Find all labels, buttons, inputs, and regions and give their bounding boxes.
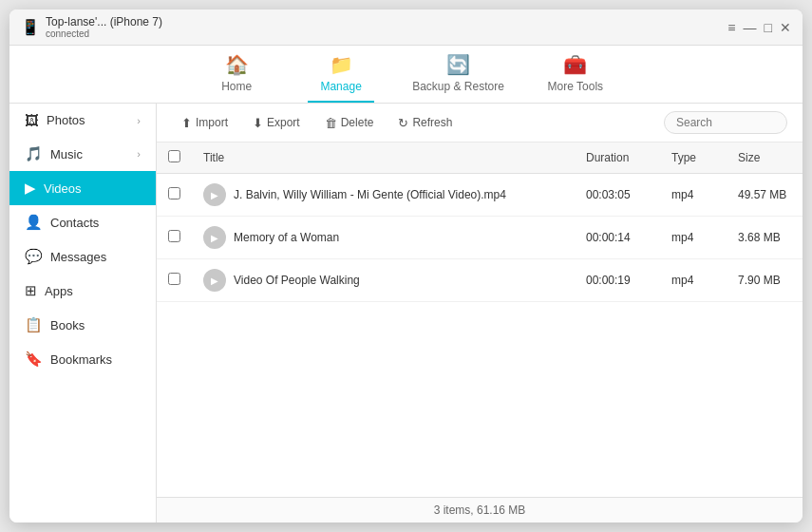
title-bar: 📱 Top-lanse'... (iPhone 7) connected ≡ —… xyxy=(9,10,803,46)
sidebar-books-label: Books xyxy=(50,318,85,332)
row-size-cell: 3.68 MB xyxy=(727,217,803,259)
device-icon: 📱 xyxy=(21,18,40,36)
sidebar-bookmarks-label: Bookmarks xyxy=(50,352,112,367)
sidebar-item-photos[interactable]: 🖼 Photos › xyxy=(9,104,156,137)
title-col-header: Title xyxy=(192,142,575,174)
status-bar: 3 items, 61.16 MB xyxy=(157,497,803,522)
refresh-button[interactable]: ↻ Refresh xyxy=(388,112,462,134)
row-title-cell: ▶ Memory of a Woman xyxy=(192,217,575,259)
row-duration-cell: 00:00:14 xyxy=(575,217,660,259)
type-col-header: Type xyxy=(660,142,727,174)
sidebar-item-bookmarks[interactable]: 🔖 Bookmarks xyxy=(9,342,156,376)
music-icon: 🎵 xyxy=(25,145,43,162)
tab-manage-label: Manage xyxy=(320,80,361,93)
device-name: Top-lanse'... (iPhone 7) xyxy=(46,15,162,28)
tab-home[interactable]: 🏠 Home xyxy=(203,53,270,103)
maximize-button[interactable]: □ xyxy=(765,20,772,35)
sidebar-item-music[interactable]: 🎵 Music › xyxy=(9,137,156,171)
toolbar: ⬆ Import ⬇ Export 🗑 Delete ↻ Refresh xyxy=(157,104,803,142)
device-text: Top-lanse'... (iPhone 7) connected xyxy=(46,15,162,39)
tools-icon: 🧰 xyxy=(563,53,587,76)
sidebar-photos-label: Photos xyxy=(47,113,85,127)
table-header-row: Title Duration Type Size xyxy=(157,142,803,174)
tab-manage[interactable]: 📁 Manage xyxy=(308,53,374,103)
tab-tools[interactable]: 🧰 More Tools xyxy=(542,53,609,103)
row-type-cell: mp4 xyxy=(660,259,727,302)
sidebar: 🖼 Photos › 🎵 Music › ▶ Videos 👤 Contacts… xyxy=(9,104,157,522)
videos-table: Title Duration Type Size xyxy=(157,142,803,302)
search-input[interactable] xyxy=(664,111,787,134)
main-window: 📱 Top-lanse'... (iPhone 7) connected ≡ —… xyxy=(9,10,803,522)
sidebar-messages-label: Messages xyxy=(50,250,106,264)
sidebar-videos-label: Videos xyxy=(44,181,82,196)
delete-icon: 🗑 xyxy=(325,116,337,130)
device-status: connected xyxy=(46,28,162,39)
main-content: 🖼 Photos › 🎵 Music › ▶ Videos 👤 Contacts… xyxy=(9,104,803,522)
import-icon: ⬆ xyxy=(181,116,192,130)
export-button[interactable]: ⬇ Export xyxy=(243,112,310,134)
sidebar-item-videos[interactable]: ▶ Videos xyxy=(9,171,156,205)
videos-icon: ▶ xyxy=(25,180,36,197)
nav-tabs: 🏠 Home 📁 Manage 🔄 Backup & Restore 🧰 Mor… xyxy=(9,46,803,104)
export-label: Export xyxy=(267,116,300,129)
size-col-header: Size xyxy=(727,142,803,174)
row-title-cell: ▶ J. Balvin, Willy William - Mi Gente (O… xyxy=(192,174,575,217)
table-wrapper: Title Duration Type Size xyxy=(157,142,803,497)
table-row: ▶ Memory of a Woman 00:00:14 mp4 3.68 MB xyxy=(157,217,803,259)
row-title-text: Video Of People Walking xyxy=(234,274,360,287)
apps-icon: ⊞ xyxy=(25,282,37,299)
row-type-cell: mp4 xyxy=(660,217,727,259)
sidebar-apps-label: Apps xyxy=(45,284,73,298)
refresh-icon: ↻ xyxy=(398,116,408,130)
select-all-col xyxy=(157,142,192,174)
row-checkbox-cell xyxy=(157,259,192,302)
row-checkbox-0[interactable] xyxy=(168,187,180,200)
row-size-cell: 49.57 MB xyxy=(727,174,803,217)
backup-icon: 🔄 xyxy=(446,53,470,76)
row-title-text: Memory of a Woman xyxy=(234,231,339,244)
row-title-cell: ▶ Video Of People Walking xyxy=(192,259,575,302)
minimize-button[interactable]: — xyxy=(744,20,757,35)
tab-home-label: Home xyxy=(221,80,252,93)
sidebar-item-contacts[interactable]: 👤 Contacts xyxy=(9,205,156,239)
play-button-0[interactable]: ▶ xyxy=(203,183,226,206)
duration-col-header: Duration xyxy=(575,142,660,174)
import-label: Import xyxy=(196,116,228,129)
sidebar-item-messages[interactable]: 💬 Messages xyxy=(9,239,156,274)
row-duration-cell: 00:03:05 xyxy=(575,174,660,217)
sidebar-item-apps[interactable]: ⊞ Apps xyxy=(9,274,156,308)
delete-button[interactable]: 🗑 Delete xyxy=(315,112,384,134)
row-duration-cell: 00:00:19 xyxy=(575,259,660,302)
play-button-2[interactable]: ▶ xyxy=(203,269,226,292)
table-row: ▶ J. Balvin, Willy William - Mi Gente (O… xyxy=(157,174,803,217)
menu-icon[interactable]: ≡ xyxy=(727,20,735,35)
device-info: 📱 Top-lanse'... (iPhone 7) connected xyxy=(21,15,727,39)
contacts-icon: 👤 xyxy=(25,214,43,231)
row-checkbox-2[interactable] xyxy=(168,273,180,285)
content-area: ⬆ Import ⬇ Export 🗑 Delete ↻ Refresh xyxy=(157,104,803,522)
music-chevron: › xyxy=(137,148,141,160)
tab-tools-label: More Tools xyxy=(548,80,603,93)
books-icon: 📋 xyxy=(25,316,43,333)
delete-label: Delete xyxy=(341,116,374,129)
photos-icon: 🖼 xyxy=(25,112,39,128)
sidebar-item-books[interactable]: 📋 Books xyxy=(9,308,156,342)
status-text: 3 items, 61.16 MB xyxy=(434,504,526,517)
sidebar-music-label: Music xyxy=(50,147,83,162)
window-controls: ≡ — □ ✕ xyxy=(727,20,791,35)
row-checkbox-1[interactable] xyxy=(168,230,180,242)
row-title-text: J. Balvin, Willy William - Mi Gente (Off… xyxy=(234,188,506,201)
sidebar-contacts-label: Contacts xyxy=(50,216,99,230)
export-icon: ⬇ xyxy=(253,116,263,130)
close-button[interactable]: ✕ xyxy=(780,20,791,35)
row-size-cell: 7.90 MB xyxy=(727,259,803,302)
bookmarks-icon: 🔖 xyxy=(25,351,43,368)
tab-backup[interactable]: 🔄 Backup & Restore xyxy=(412,53,504,103)
tab-backup-label: Backup & Restore xyxy=(412,80,504,93)
home-icon: 🏠 xyxy=(225,53,249,76)
select-all-checkbox[interactable] xyxy=(168,150,180,162)
import-button[interactable]: ⬆ Import xyxy=(172,112,237,134)
play-button-1[interactable]: ▶ xyxy=(203,226,226,249)
manage-icon: 📁 xyxy=(330,53,353,76)
messages-icon: 💬 xyxy=(25,248,43,265)
